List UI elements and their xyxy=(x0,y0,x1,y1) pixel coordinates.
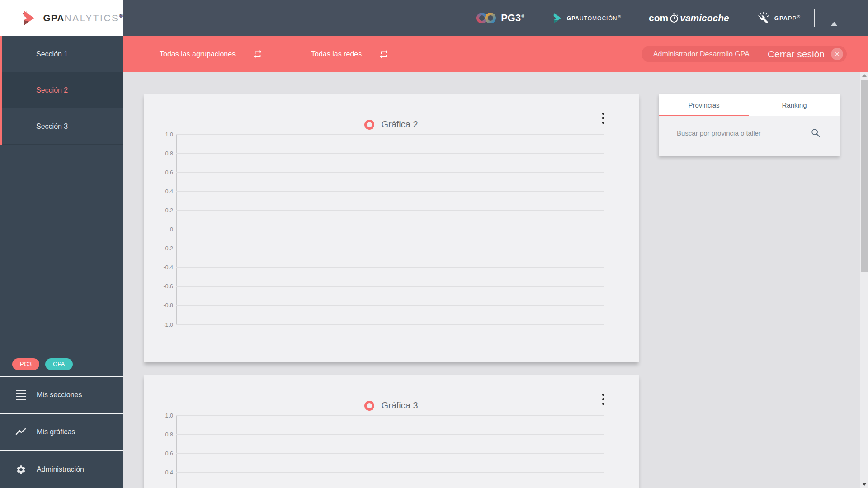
sidebar-menu: Mis secciones Mis gráficas Administració… xyxy=(0,376,123,488)
y-tick-label: -0.8 xyxy=(163,302,173,309)
y-tick-label: 0.6 xyxy=(165,450,173,457)
y-tick-label: 0.8 xyxy=(165,150,173,157)
menu-label: Administración xyxy=(37,465,84,474)
y-tick-label: 0 xyxy=(170,226,173,233)
filter-label: Todas las agrupaciones xyxy=(160,50,236,58)
gridline: -0.4 xyxy=(176,267,604,268)
gridline: -0.2 xyxy=(176,249,604,249)
header-divider xyxy=(538,9,538,27)
tab-provincias[interactable]: Provincias xyxy=(659,94,749,116)
gridline: 0.8 xyxy=(176,153,604,154)
brand-gpautomocion-label: GPAUTOMOCIÓN® xyxy=(567,14,621,22)
provinces-panel: Provincias Ranking xyxy=(659,94,840,156)
gridline: -0.6 xyxy=(176,286,604,287)
wrench-icon xyxy=(757,11,770,25)
header-divider xyxy=(635,9,635,27)
search-icon[interactable] xyxy=(811,128,821,138)
scrollbar-thumb[interactable] xyxy=(861,80,868,272)
stopwatch-icon xyxy=(669,13,679,23)
sections-list-icon xyxy=(15,389,27,401)
panel-search-area xyxy=(659,116,840,156)
gridline: -0.8 xyxy=(176,305,604,306)
infinity-icon xyxy=(476,12,496,24)
chart-plot-area: 1.00.80.60.40.20-0.2-0.4-0.6-0.8-1.0 xyxy=(176,415,604,488)
gpa-badge: GPA xyxy=(45,358,73,370)
chart-legend: Gráfica 3 xyxy=(144,400,639,411)
brand-gpautomocion: GPAUTOMOCIÓN® xyxy=(552,13,621,23)
brand-gpapp: GPAPP® xyxy=(757,11,801,25)
brand-comprovamicoche: comvamicoche xyxy=(649,13,729,23)
chart-title: Gráfica 3 xyxy=(381,400,418,411)
legend-ring-icon xyxy=(364,120,374,130)
brand-pg3-label: PG3® xyxy=(501,12,524,24)
gridline: 1.0 xyxy=(176,134,604,135)
section-label: Sección 3 xyxy=(36,122,68,131)
user-session-pill: Administrador Desarrollo GPA Cerrar sesi… xyxy=(642,46,847,62)
y-tick-label: -1.0 xyxy=(163,322,173,328)
chart-legend: Gráfica 2 xyxy=(144,119,639,130)
x-circle-icon[interactable]: ✕ xyxy=(831,48,843,60)
filter-agrupaciones[interactable]: Todas las agrupaciones xyxy=(160,49,263,59)
gridline: 0 xyxy=(176,230,604,230)
gpa-arrow-logo-icon xyxy=(21,9,37,28)
scroll-down-arrow-icon[interactable] xyxy=(860,483,868,486)
gridline: 0.6 xyxy=(176,453,604,454)
panel-tab-bar: Provincias Ranking xyxy=(659,94,840,116)
filter-redes[interactable]: Todas las redes xyxy=(311,49,389,59)
y-tick-label: 1.0 xyxy=(165,413,173,419)
logout-button[interactable]: Cerrar sesión xyxy=(768,49,825,60)
section-label: Sección 1 xyxy=(36,50,68,58)
gridline: 0.8 xyxy=(176,434,604,435)
sidebar-item-seccion-1[interactable]: Sección 1 xyxy=(0,36,123,72)
line-chart-icon xyxy=(15,426,27,438)
scroll-up-arrow-icon[interactable] xyxy=(860,74,868,77)
vertical-scrollbar[interactable] xyxy=(860,72,868,488)
gridline: 1.0 xyxy=(176,415,604,416)
y-tick-label: -0.4 xyxy=(163,264,173,271)
filter-bar: Todas las agrupaciones Todas las redes A… xyxy=(123,36,868,72)
y-tick-label: 0.8 xyxy=(165,432,173,438)
gridline: 0.6 xyxy=(176,172,604,173)
repeat-icon[interactable] xyxy=(253,49,263,59)
search-input[interactable] xyxy=(677,129,811,137)
gridline: 0.2 xyxy=(176,210,604,211)
header-divider xyxy=(814,9,815,27)
repeat-icon[interactable] xyxy=(379,49,389,59)
menu-label: Mis gráficas xyxy=(37,428,75,436)
tab-ranking[interactable]: Ranking xyxy=(749,94,840,116)
collapse-header-button[interactable] xyxy=(828,12,840,24)
y-tick-label: 0.4 xyxy=(165,188,173,195)
menu-label: Mis secciones xyxy=(37,391,82,399)
chart-card-grafica-3: Gráfica 3 1.00.80.60.40.20-0.2-0.4-0.6-0… xyxy=(144,375,639,488)
sidebar-sections: Sección 1 Sección 2 Sección 3 xyxy=(0,36,123,145)
search-field xyxy=(677,128,821,142)
chart-card-grafica-2: Gráfica 2 1.00.80.60.40.20-0.2-0.4-0.6-0… xyxy=(144,94,639,362)
main-content: Gráfica 2 1.00.80.60.40.20-0.2-0.4-0.6-0… xyxy=(123,72,868,488)
gridline: 0.4 xyxy=(176,191,604,192)
brand-gpapp-label: GPAPP® xyxy=(774,14,801,22)
gridline: 0.4 xyxy=(176,472,604,473)
top-header-bar: PG3® GPAUTOMOCIÓN® comvamicoche GPAPP® xyxy=(123,0,868,36)
badge-row: PG3 GPA xyxy=(0,358,123,376)
sidebar-item-seccion-3[interactable]: Sección 3 xyxy=(0,108,123,145)
sidebar-item-mis-secciones[interactable]: Mis secciones xyxy=(0,377,123,414)
y-tick-label: 0.4 xyxy=(165,469,173,476)
y-tick-label: 0.6 xyxy=(165,169,173,176)
sidebar-item-mis-graficas[interactable]: Mis gráficas xyxy=(0,414,123,451)
sidebar-item-administracion[interactable]: Administración xyxy=(0,451,123,488)
brand-pg3: PG3® xyxy=(476,12,524,24)
header-divider xyxy=(743,9,743,27)
y-tick-label: -0.6 xyxy=(163,283,173,290)
app-logo: GPANALYTICS® xyxy=(0,0,123,36)
chart-title: Gráfica 2 xyxy=(381,119,418,130)
filter-label: Todas las redes xyxy=(311,50,362,58)
sidebar: GPANALYTICS® Sección 1 Sección 2 Sección… xyxy=(0,0,123,488)
gridline: -1.0 xyxy=(176,324,604,325)
chart-plot-area: 1.00.80.60.40.20-0.2-0.4-0.6-0.8-1.0 xyxy=(176,134,604,324)
sidebar-spacer xyxy=(0,145,123,358)
y-tick-label: 0.2 xyxy=(165,207,173,214)
legend-ring-icon xyxy=(364,401,374,411)
user-name[interactable]: Administrador Desarrollo GPA xyxy=(653,50,750,58)
sidebar-item-seccion-2[interactable]: Sección 2 xyxy=(0,72,123,108)
triangle-up-icon xyxy=(831,15,837,26)
